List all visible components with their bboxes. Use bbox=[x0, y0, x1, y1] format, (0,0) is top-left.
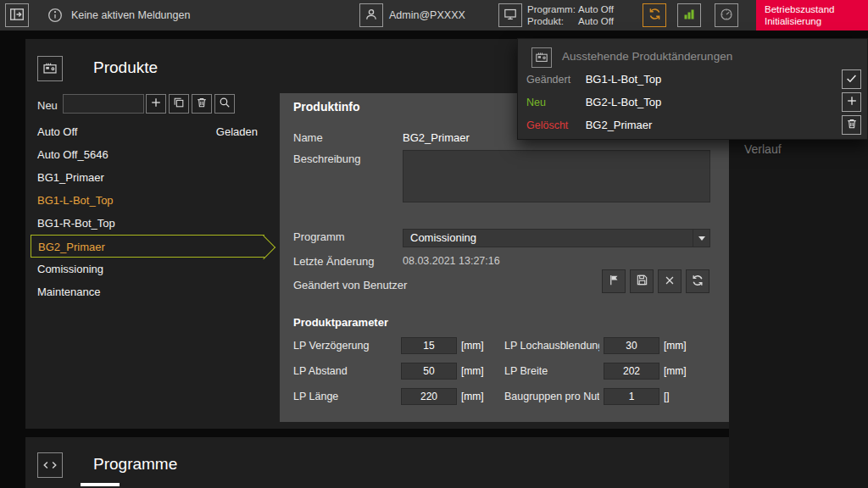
flag-icon bbox=[608, 274, 620, 289]
copy-icon bbox=[173, 97, 185, 111]
param-label: LP Verzögerung bbox=[293, 340, 397, 352]
trash-icon bbox=[196, 97, 208, 111]
change-product-name: BG2_Primaer bbox=[586, 119, 653, 131]
delete-product-button[interactable] bbox=[192, 94, 212, 114]
chevron-down-icon bbox=[693, 230, 709, 247]
param-input[interactable] bbox=[604, 337, 659, 354]
change-status: Geändert bbox=[526, 69, 582, 92]
program-select-value: Comissioning bbox=[410, 231, 476, 244]
product-list-item[interactable]: Comissioning bbox=[31, 258, 264, 280]
product-name: Auto Off bbox=[37, 125, 77, 138]
programs-tab-indicator bbox=[81, 483, 120, 486]
gauge-button[interactable] bbox=[715, 3, 738, 27]
change-status: Gelöscht bbox=[526, 114, 582, 137]
product-name: BG1_Primaer bbox=[37, 171, 104, 184]
changed-by-label: Geändert von Benutzer bbox=[293, 279, 407, 291]
programs-title: Programme bbox=[93, 455, 177, 474]
product-list-item[interactable]: BG1_Primaer bbox=[31, 166, 264, 189]
param-input[interactable] bbox=[401, 337, 457, 354]
pending-changes-dropdown: Ausstehende Produktänderungen Geändert B… bbox=[517, 38, 868, 140]
param-label: LP Breite bbox=[504, 365, 599, 377]
pending-change-row: Gelöscht BG2_Primaer bbox=[518, 114, 867, 136]
name-label: Name bbox=[293, 131, 323, 144]
product-loaded-badge: Geladen bbox=[216, 120, 258, 143]
trash-icon bbox=[846, 118, 858, 132]
program-product-summary: Programm: Auto Off Produkt: Auto Off bbox=[527, 3, 614, 27]
param-unit: [mm] bbox=[461, 365, 500, 377]
check-icon bbox=[845, 72, 858, 87]
reload-button[interactable] bbox=[686, 269, 709, 293]
statistics-button[interactable] bbox=[677, 3, 701, 27]
param-unit: [mm] bbox=[664, 340, 701, 352]
status-line2: Initialisierung bbox=[765, 15, 868, 27]
pending-change-row: Geändert BG1-L-Bot_Top bbox=[518, 68, 867, 91]
param-label: Baugruppen pro Nutzen bbox=[504, 391, 599, 402]
product-list-item-selected[interactable]: BG2_Primaer bbox=[31, 235, 264, 258]
product-name: Comissioning bbox=[37, 263, 103, 275]
product-value: Auto Off bbox=[578, 15, 614, 27]
pending-changes-button[interactable] bbox=[643, 3, 666, 27]
product-list-item[interactable]: Auto Off_5646 bbox=[31, 143, 264, 166]
change-product-name: BG2-L-Bot_Top bbox=[586, 96, 662, 108]
param-input[interactable] bbox=[604, 363, 659, 380]
copy-product-button[interactable] bbox=[169, 94, 189, 114]
product-list: Auto Off Geladen Auto Off_5646 BG1_Prima… bbox=[31, 120, 264, 303]
user-button[interactable] bbox=[359, 3, 383, 27]
save-button[interactable] bbox=[630, 269, 654, 293]
save-icon bbox=[636, 274, 648, 289]
pending-changes-title: Ausstehende Produktänderungen bbox=[562, 50, 732, 63]
program-value: Auto Off bbox=[578, 3, 614, 15]
add-change-button[interactable] bbox=[842, 92, 861, 112]
product-name: Maintenance bbox=[37, 286, 100, 298]
accept-change-button[interactable] bbox=[842, 69, 861, 89]
description-textarea[interactable] bbox=[403, 150, 710, 202]
name-value: BG2_Primaer bbox=[403, 131, 470, 144]
param-unit: [mm] bbox=[461, 391, 500, 402]
product-label: Produkt: bbox=[527, 15, 578, 27]
param-input[interactable] bbox=[401, 363, 457, 380]
delete-change-button[interactable] bbox=[842, 115, 861, 135]
topbar: Keine aktiven Meldungen Admin@PXXXX Prog… bbox=[0, 0, 868, 30]
product-list-item[interactable]: BG1-L-Bot_Top bbox=[31, 189, 264, 212]
program-product-button[interactable] bbox=[498, 3, 522, 27]
sync-icon bbox=[648, 7, 662, 24]
product-info-title: Produktinfo bbox=[293, 100, 360, 114]
plus-icon bbox=[150, 97, 162, 111]
change-status: Neu bbox=[526, 92, 582, 114]
product-name: Auto Off_5646 bbox=[37, 148, 108, 161]
status-badge[interactable]: Betriebszustand Initialisierung bbox=[756, 0, 868, 30]
panel-toggle-button[interactable] bbox=[5, 3, 29, 27]
history-panel-title: Verlauf bbox=[744, 142, 782, 156]
pending-change-row: Neu BG2-L-Bot_Top bbox=[518, 91, 867, 114]
param-label: LP Lochausblendung bbox=[504, 340, 599, 352]
product-info-panel: Produktinfo Name BG2_Primaer Beschreibun… bbox=[280, 93, 729, 422]
param-unit: [mm] bbox=[461, 340, 500, 352]
product-name: BG1-L-Bot_Top bbox=[37, 194, 114, 207]
product-name: BG2_Primaer bbox=[38, 241, 105, 253]
product-list-item[interactable]: Maintenance bbox=[31, 280, 264, 303]
flag-button[interactable] bbox=[602, 269, 626, 293]
program-label: Programm: bbox=[527, 3, 578, 15]
sync-icon bbox=[691, 274, 704, 290]
search-icon bbox=[219, 97, 231, 111]
param-unit: [mm] bbox=[664, 365, 701, 377]
product-params-grid: LP Verzögerung [mm] LP Lochausblendung [… bbox=[293, 337, 717, 405]
param-label: LP Länge bbox=[293, 391, 397, 402]
active-messages-label: Keine aktiven Meldungen bbox=[71, 0, 190, 30]
program-select[interactable]: Comissioning bbox=[403, 229, 710, 247]
user-label: Admin@PXXXX bbox=[389, 0, 465, 30]
param-input[interactable] bbox=[401, 388, 457, 405]
pending-changes-icon bbox=[531, 47, 552, 68]
cancel-button[interactable] bbox=[658, 269, 682, 293]
status-line1: Betriebszustand bbox=[765, 3, 868, 15]
param-input[interactable] bbox=[604, 388, 659, 405]
add-product-button[interactable] bbox=[146, 94, 166, 114]
programs-icon bbox=[37, 452, 63, 478]
product-list-item[interactable]: BG1-R-Bot_Top bbox=[31, 212, 264, 235]
change-product-name: BG1-L-Bot_Top bbox=[586, 73, 662, 86]
last-change-value: 08.03.2021 13:27:16 bbox=[403, 255, 500, 267]
pending-changes-list: Geändert BG1-L-Bot_Top Neu BG2-L-Bot_Top… bbox=[518, 68, 867, 136]
search-product-button[interactable] bbox=[214, 94, 235, 114]
new-product-input[interactable] bbox=[63, 94, 144, 114]
product-list-item[interactable]: Auto Off Geladen bbox=[31, 120, 264, 143]
